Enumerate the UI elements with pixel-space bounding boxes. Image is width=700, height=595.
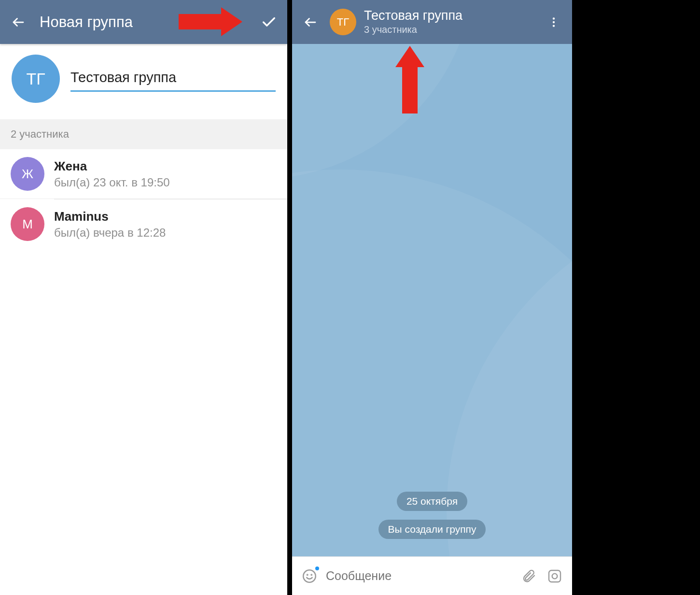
- chat-subtitle: 3 участника: [364, 24, 462, 35]
- svg-point-9: [552, 573, 558, 579]
- confirm-button[interactable]: [259, 13, 279, 32]
- group-name-input[interactable]: [70, 66, 276, 92]
- member-status: был(а) 23 окт. в 19:50: [54, 176, 277, 189]
- group-avatar[interactable]: ТГ: [12, 55, 60, 103]
- member-avatar: Ж: [11, 157, 44, 191]
- members-list: ЖЖенабыл(а) 23 окт. в 19:50МMaminusбыл(а…: [0, 149, 287, 249]
- arrow-left-icon: [11, 15, 26, 29]
- message-input[interactable]: [326, 569, 512, 583]
- camera-icon: [547, 568, 562, 584]
- svg-point-3: [553, 21, 555, 23]
- check-icon: [261, 14, 277, 30]
- back-button[interactable]: [301, 13, 320, 32]
- chat-avatar: ТГ: [330, 9, 356, 35]
- chat-header-bar: ТГ Тестовая группа 3 участника: [292, 0, 572, 44]
- member-avatar-initial: М: [22, 217, 33, 232]
- header-title: Новая группа: [40, 14, 259, 31]
- group-chat-screen: ТГ Тестовая группа 3 участника 25 октябр…: [292, 0, 572, 595]
- camera-button[interactable]: [545, 567, 564, 586]
- group-name-section: ТГ: [0, 44, 287, 119]
- member-avatar-initial: Ж: [22, 167, 33, 182]
- date-chip: 25 октября: [397, 492, 467, 511]
- svg-point-4: [553, 25, 555, 27]
- member-avatar: М: [11, 207, 44, 241]
- chat-avatar-initials: ТГ: [337, 16, 349, 28]
- member-name: Жена: [54, 159, 277, 174]
- new-group-screen: Новая группа ТГ 2 участника ЖЖенабыл(а) …: [0, 0, 287, 595]
- header-bar: Новая группа: [0, 0, 287, 44]
- chat-body[interactable]: 25 октября Вы создали группу: [292, 44, 572, 556]
- group-avatar-initials: ТГ: [26, 70, 45, 88]
- svg-point-7: [311, 574, 312, 575]
- member-name: Maminus: [54, 209, 277, 224]
- member-status: был(а) вчера в 12:28: [54, 226, 277, 240]
- member-item[interactable]: ЖЖенабыл(а) 23 окт. в 19:50: [0, 149, 287, 199]
- more-options-button[interactable]: [544, 13, 563, 32]
- notification-dot: [314, 566, 320, 571]
- svg-point-6: [307, 574, 308, 575]
- attach-button[interactable]: [519, 567, 538, 586]
- chat-header-info[interactable]: ТГ Тестовая группа 3 участника: [330, 9, 544, 35]
- paperclip-icon: [521, 568, 536, 584]
- arrow-left-icon: [303, 15, 318, 29]
- members-count-label: 2 участника: [0, 119, 287, 149]
- system-message-chip: Вы создали группу: [378, 520, 486, 539]
- message-input-bar: [292, 556, 572, 595]
- member-item[interactable]: МMaminusбыл(а) вчера в 12:28: [0, 199, 287, 249]
- svg-rect-8: [549, 570, 560, 582]
- chat-title: Тестовая группа: [364, 9, 462, 23]
- svg-point-5: [303, 570, 316, 582]
- more-vertical-icon: [547, 16, 560, 28]
- back-button[interactable]: [9, 13, 28, 32]
- svg-point-2: [553, 17, 555, 19]
- emoji-button[interactable]: [300, 567, 319, 586]
